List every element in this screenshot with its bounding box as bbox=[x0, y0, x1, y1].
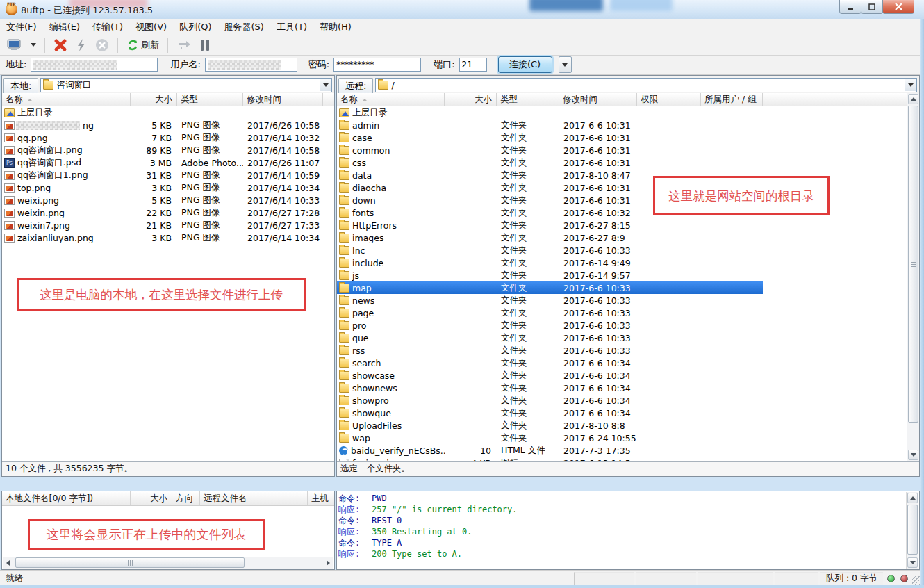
column-size[interactable]: 大小 bbox=[131, 491, 172, 505]
column-local-filename[interactable]: 本地文件名[0/0 字节]) bbox=[2, 491, 131, 505]
reconnect-button[interactable] bbox=[73, 37, 90, 54]
disconnect-button[interactable] bbox=[51, 37, 70, 54]
port-input[interactable]: 21 bbox=[459, 58, 487, 72]
transfer-button[interactable] bbox=[174, 38, 195, 53]
remote-file-row[interactable]: showpro 文件夹 2017-6-6 10:34 bbox=[337, 394, 763, 407]
column-perms[interactable]: 权限 bbox=[637, 93, 701, 106]
remote-file-row[interactable]: HttpErrors 文件夹 2017-6-27 8:15 bbox=[337, 219, 763, 231]
menu-item[interactable]: 队列(Q) bbox=[173, 19, 217, 35]
remote-path-dropdown[interactable] bbox=[905, 79, 916, 91]
scroll-down-button[interactable] bbox=[908, 450, 918, 460]
connect-dropdown[interactable] bbox=[28, 42, 39, 48]
remote-file-row[interactable]: rss 文件夹 2017-6-6 10:33 bbox=[337, 344, 763, 357]
remote-file-row[interactable]: search 文件夹 2017-6-6 10:34 bbox=[337, 357, 763, 369]
remote-file-row[interactable]: que 文件夹 2017-6-6 10:33 bbox=[337, 332, 763, 344]
column-direction[interactable]: 方向 bbox=[172, 491, 200, 505]
column-date[interactable]: 修改时间 bbox=[559, 93, 637, 106]
menu-item[interactable]: 帮助(H) bbox=[313, 19, 358, 35]
column-owner[interactable]: 所属用户 / 组 bbox=[701, 93, 763, 106]
local-file-row[interactable]: qq咨询窗口.png 89 KB PNG 图像 2017/6/14 10:58 bbox=[2, 144, 334, 156]
queue-horizontal-scrollbar[interactable] bbox=[3, 557, 333, 569]
remote-file-row[interactable]: wap 文件夹 2017-6-24 10:55 bbox=[337, 432, 763, 444]
title-bar[interactable]: 8uftp - 已连接到 123.57.183.5 bbox=[0, 0, 924, 20]
local-path-box[interactable]: 咨询窗口 bbox=[40, 78, 332, 92]
remote-file-row[interactable]: UploadFiles 文件夹 2017-8-10 8:8 bbox=[337, 419, 763, 432]
local-file-row[interactable]: weixi.png 5 KB PNG 图像 2017/6/14 10:33 bbox=[2, 194, 334, 206]
close-button[interactable] bbox=[882, 0, 914, 14]
maximize-button[interactable] bbox=[861, 0, 883, 14]
column-size[interactable]: 大小 bbox=[131, 93, 177, 106]
remote-file-row[interactable]: map 文件夹 2017-6-6 10:33 bbox=[337, 281, 763, 294]
scrollbar-thumb[interactable] bbox=[907, 505, 918, 555]
scroll-down-button[interactable] bbox=[907, 557, 918, 568]
remote-file-row[interactable]: baidu_verify_nECsBs... 10 HTML 文件 2017-7… bbox=[337, 444, 763, 457]
column-date[interactable]: 修改时间 bbox=[243, 93, 323, 106]
file-icon bbox=[4, 146, 15, 155]
remote-path-box[interactable]: / bbox=[375, 78, 917, 92]
menu-item[interactable]: 传输(T) bbox=[86, 19, 129, 35]
menu-item[interactable]: 文件(F) bbox=[0, 19, 43, 35]
local-path-dropdown[interactable] bbox=[320, 79, 331, 91]
connect-button[interactable]: 连接(C) bbox=[498, 56, 552, 73]
scroll-left-button[interactable] bbox=[3, 557, 13, 568]
scrollbar-thumb[interactable] bbox=[908, 106, 918, 423]
local-file-row[interactable]: qq咨询窗口.psd 3 MB Adobe Photo... 2017/6/26… bbox=[2, 156, 334, 169]
remote-file-row[interactable]: include 文件夹 2017-6-14 9:49 bbox=[337, 256, 763, 269]
password-input[interactable]: ********* bbox=[333, 58, 421, 72]
local-file-row[interactable]: qq.png 7 KB PNG 图像 2017/6/14 10:32 bbox=[2, 131, 334, 144]
scroll-right-button[interactable] bbox=[323, 557, 333, 568]
sort-icon bbox=[362, 99, 368, 101]
remote-path: / bbox=[391, 80, 394, 90]
file-icon bbox=[4, 121, 15, 130]
remote-file-row[interactable]: case 文件夹 2017-6-6 10:31 bbox=[337, 131, 763, 144]
refresh-button[interactable]: 刷新 bbox=[124, 38, 162, 53]
column-remote-filename[interactable]: 远程文件名 bbox=[200, 491, 308, 505]
status-cell bbox=[775, 572, 818, 585]
scrollbar-thumb[interactable] bbox=[15, 557, 245, 568]
pause-button[interactable] bbox=[197, 38, 213, 53]
column-name[interactable]: 名称 bbox=[2, 93, 131, 106]
local-file-row[interactable]: ng 5 KB PNG 图像 2017/6/26 10:58 bbox=[2, 119, 334, 131]
menu-item[interactable]: 视图(V) bbox=[129, 19, 173, 35]
address-input[interactable] bbox=[31, 58, 158, 72]
remote-tab[interactable]: 远程: bbox=[338, 78, 373, 93]
scroll-up-button[interactable] bbox=[908, 94, 918, 104]
menu-item[interactable]: 编辑(E) bbox=[43, 19, 86, 35]
remote-file-row[interactable]: news 文件夹 2017-6-6 10:33 bbox=[337, 294, 763, 307]
remote-file-row[interactable]: shownews 文件夹 2017-6-6 10:34 bbox=[337, 382, 763, 394]
column-type[interactable]: 类型 bbox=[177, 93, 243, 106]
local-file-row[interactable]: qq咨询窗口1.png 31 KB PNG 图像 2017/6/14 10:59 bbox=[2, 169, 334, 181]
local-file-row[interactable]: weixin7.png 21 KB PNG 图像 2017/6/27 17:33 bbox=[2, 219, 334, 231]
connect-site-button[interactable] bbox=[4, 38, 25, 53]
local-file-row[interactable]: 上层目录 bbox=[2, 106, 334, 119]
column-type[interactable]: 类型 bbox=[497, 93, 559, 106]
menu-item[interactable]: 服务器(S) bbox=[218, 19, 270, 35]
local-file-row[interactable]: top.png 3 KB PNG 图像 2017/6/14 10:34 bbox=[2, 181, 334, 194]
local-tab[interactable]: 本地: bbox=[3, 78, 38, 93]
scroll-up-button[interactable] bbox=[907, 493, 918, 503]
minimize-button[interactable] bbox=[839, 0, 861, 14]
remote-file-row[interactable]: pro 文件夹 2017-6-6 10:33 bbox=[337, 319, 763, 332]
remote-file-row[interactable]: images 文件夹 2017-6-27 8:9 bbox=[337, 231, 763, 244]
remote-file-row[interactable]: Inc 文件夹 2017-6-6 10:33 bbox=[337, 244, 763, 256]
remote-file-row[interactable]: common 文件夹 2017-6-6 10:31 bbox=[337, 144, 763, 156]
remote-scrollbar[interactable] bbox=[907, 93, 919, 461]
connect-options-dropdown[interactable] bbox=[559, 56, 572, 73]
remote-file-row[interactable]: admin 文件夹 2017-6-6 10:31 bbox=[337, 119, 763, 131]
menu-item[interactable]: 工具(T) bbox=[270, 19, 313, 35]
remote-file-row[interactable]: showcase 文件夹 2017-6-6 10:34 bbox=[337, 369, 763, 382]
remote-file-row[interactable]: showque 文件夹 2017-6-6 10:34 bbox=[337, 407, 763, 419]
remote-file-row[interactable]: css 文件夹 2017-6-6 10:31 bbox=[337, 156, 763, 169]
column-host[interactable]: 主机 bbox=[308, 491, 334, 505]
column-name[interactable]: 名称 bbox=[337, 93, 445, 106]
column-size[interactable]: 大小 bbox=[445, 93, 497, 106]
abort-button[interactable] bbox=[92, 37, 112, 54]
remote-file-row[interactable]: 上层目录 bbox=[337, 106, 763, 119]
local-file-row[interactable]: zaixianliuyan.png 3 KB PNG 图像 2017/6/14 … bbox=[2, 231, 334, 244]
remote-file-row[interactable]: page 文件夹 2017-6-6 10:33 bbox=[337, 307, 763, 319]
username-input[interactable] bbox=[205, 58, 297, 72]
password-value: ********* bbox=[336, 60, 374, 70]
remote-file-row[interactable]: js 文件夹 2017-6-14 9:57 bbox=[337, 269, 763, 281]
log-scrollbar[interactable] bbox=[906, 492, 918, 569]
local-file-row[interactable]: weixin.png 22 KB PNG 图像 2017/6/27 17:28 bbox=[2, 206, 334, 219]
